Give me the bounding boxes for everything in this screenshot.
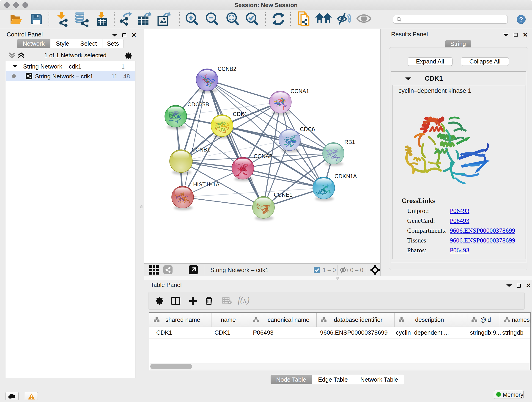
svg-text:CDK1: CDK1	[233, 111, 247, 117]
svg-text:CCNA1: CCNA1	[291, 88, 309, 94]
svg-text:CCNA2: CCNA2	[254, 153, 272, 159]
svg-text:RB1: RB1	[344, 139, 355, 145]
svg-text:HIST1H1A: HIST1H1A	[193, 181, 220, 187]
svg-text:CCNE1: CCNE1	[274, 191, 292, 198]
svg-text:CDC6: CDC6	[300, 126, 315, 132]
svg-text:CCNB1: CCNB1	[191, 147, 210, 153]
svg-text:CDKN1A: CDKN1A	[335, 173, 357, 179]
svg-text:CCNB2: CCNB2	[218, 66, 236, 72]
svg-text:CDC25B: CDC25B	[187, 101, 209, 108]
